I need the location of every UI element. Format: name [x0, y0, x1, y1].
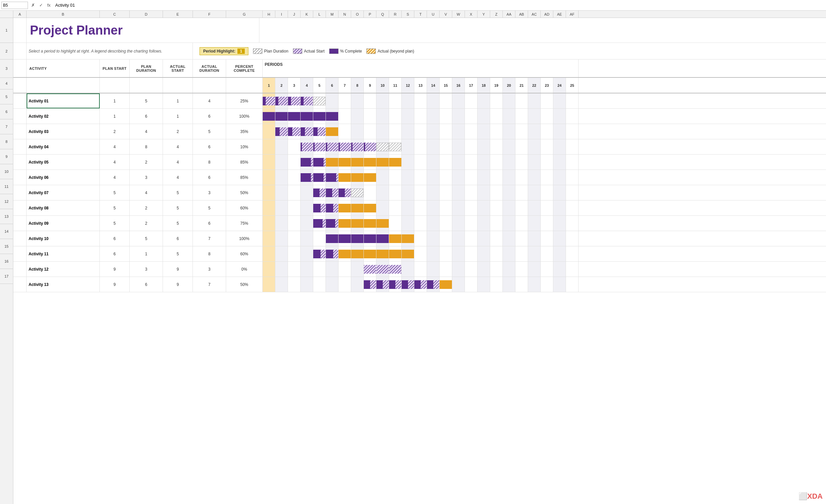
col-header-s[interactable]: S — [402, 11, 414, 18]
col-header-u[interactable]: U — [427, 11, 439, 18]
gantt-cell-row5-p2 — [275, 93, 288, 108]
col-header-e[interactable]: E — [163, 11, 193, 18]
actual-bar-p3 — [288, 97, 300, 105]
gantt-cell-row8-p17 — [465, 139, 477, 154]
activity-name-5[interactable]: Activity 01 — [26, 93, 100, 108]
formula-input[interactable] — [54, 3, 825, 8]
period-num-19: 19 — [490, 78, 503, 93]
col-header-m[interactable]: M — [326, 11, 339, 18]
actual-bar-p4 — [301, 158, 313, 167]
col-header-v[interactable]: V — [439, 11, 452, 18]
gantt-cell-row17-p19 — [490, 277, 503, 292]
cell-reference-box[interactable]: B5 — [1, 2, 28, 9]
row-num-16: 16 — [0, 254, 13, 269]
col-header-t[interactable]: T — [414, 11, 427, 18]
actual-hatch-p10 — [383, 280, 389, 289]
gantt-cell-row5-p5 — [313, 93, 326, 108]
gantt-cell-row14-p20 — [503, 231, 516, 246]
gantt-cell-row10-p12 — [402, 170, 414, 185]
beyond-bar-p6 — [326, 158, 338, 167]
pct-bar-inner-p6 — [326, 219, 335, 228]
col-header-d[interactable]: D — [130, 11, 163, 18]
gantt-cell-row14-p2 — [275, 231, 288, 246]
gantt-cell-row5-p15 — [439, 93, 452, 108]
activity-name-10[interactable]: Activity 06 — [26, 170, 100, 185]
activity-name-15[interactable]: Activity 11 — [26, 246, 100, 261]
pct-bar-inner-p9 — [364, 234, 376, 243]
activity-name-13[interactable]: Activity 09 — [26, 216, 100, 231]
col-header-a[interactable]: A — [13, 11, 26, 18]
col-header-b[interactable]: B — [26, 11, 100, 18]
col-header-n[interactable]: N — [339, 11, 351, 18]
gantt-cell-row15-p12 — [402, 246, 414, 261]
gantt-cell-row15-p16 — [452, 246, 465, 261]
actual-bar-p4 — [301, 143, 313, 151]
col-header-ab[interactable]: AB — [516, 11, 528, 18]
pct-bar-inner-p5 — [313, 173, 323, 182]
col-header-l[interactable]: L — [313, 11, 326, 18]
col-header-r[interactable]: R — [389, 11, 402, 18]
gantt-cell-row15-p23 — [541, 246, 553, 261]
gantt-cell-row8-p14 — [427, 139, 439, 154]
activity-name-7[interactable]: Activity 03 — [26, 124, 100, 139]
activity-name-12[interactable]: Activity 08 — [26, 200, 100, 215]
activity-name-9[interactable]: Activity 05 — [26, 154, 100, 170]
beyond-bar-p6 — [326, 127, 338, 136]
activity-name-16[interactable]: Activity 12 — [26, 262, 100, 276]
row-num-11: 11 — [0, 179, 13, 194]
activity-name-11[interactable]: Activity 07 — [26, 185, 100, 200]
activity-name-14[interactable]: Activity 10 — [26, 231, 100, 246]
gantt-cell-row7-p18 — [477, 124, 490, 139]
gantt-cell-row8-p12 — [402, 139, 414, 154]
col-header-y[interactable]: Y — [477, 11, 490, 18]
gantt-cell-row15-p19 — [490, 246, 503, 261]
period-highlight-box[interactable]: Period Highlight:1 — [199, 47, 248, 55]
col-header-j[interactable]: J — [288, 11, 301, 18]
activity-name-17[interactable]: Activity 13 — [26, 277, 100, 292]
fx-button[interactable]: fx — [45, 2, 53, 9]
gantt-cell-row5-p11 — [389, 93, 402, 108]
col-header-g[interactable]: G — [226, 11, 263, 18]
col-header-o[interactable]: O — [351, 11, 364, 18]
gantt-cell-row10-p14 — [427, 170, 439, 185]
activity-name-8[interactable]: Activity 04 — [26, 139, 100, 154]
gantt-cell-row10-p7 — [339, 170, 351, 185]
gantt-cell-row8-p16 — [452, 139, 465, 154]
gantt-cell-row6-p23 — [541, 109, 553, 124]
col-header-aa[interactable]: AA — [503, 11, 516, 18]
gantt-cell-row6-p13 — [414, 109, 427, 124]
col-header-i[interactable]: I — [275, 11, 288, 18]
col-header-w[interactable]: W — [452, 11, 465, 18]
pct-complete-11: 50% — [226, 185, 263, 200]
pct-bar-inner-p5 — [313, 250, 320, 258]
plan-start-5: 1 — [100, 93, 130, 108]
legend-label-actual-start: Actual Start — [304, 49, 324, 54]
col-header-ae[interactable]: AE — [553, 11, 566, 18]
col-header-p[interactable]: P — [364, 11, 376, 18]
gantt-cell-row7-p6 — [326, 124, 339, 139]
col-header-af[interactable]: AF — [566, 11, 579, 18]
row4-col-f — [193, 78, 226, 93]
col-header-h[interactable]: H — [263, 11, 275, 18]
col-header-q[interactable]: Q — [376, 11, 389, 18]
col-header-c[interactable]: C — [100, 11, 130, 18]
col-header-ac[interactable]: AC — [528, 11, 541, 18]
main-grid[interactable]: Project PlannerSelect a period to highli… — [13, 18, 826, 504]
gantt-cell-row7-p14 — [427, 124, 439, 139]
gantt-cell-row8-p4 — [301, 139, 313, 154]
gantt-cell-row5-p7 — [339, 93, 351, 108]
period-num-11: 11 — [389, 78, 402, 93]
cancel-formula-button[interactable]: ✗ — [29, 2, 37, 9]
activity-name-6[interactable]: Activity 02 — [26, 109, 100, 124]
actual-bar-p10 — [376, 280, 389, 289]
col-header-x[interactable]: X — [465, 11, 477, 18]
actual-bar-p7 — [339, 189, 351, 197]
col-header-k[interactable]: K — [301, 11, 313, 18]
spreadsheet-body: 1234567891011121314151617 Project Planne… — [0, 18, 826, 504]
col-header-z[interactable]: Z — [490, 11, 503, 18]
col-header-f[interactable]: F — [193, 11, 226, 18]
confirm-formula-button[interactable]: ✓ — [37, 2, 45, 9]
plan-start-15: 6 — [100, 246, 130, 261]
title-cell: Project Planner — [26, 18, 259, 43]
col-header-ad[interactable]: AD — [541, 11, 553, 18]
